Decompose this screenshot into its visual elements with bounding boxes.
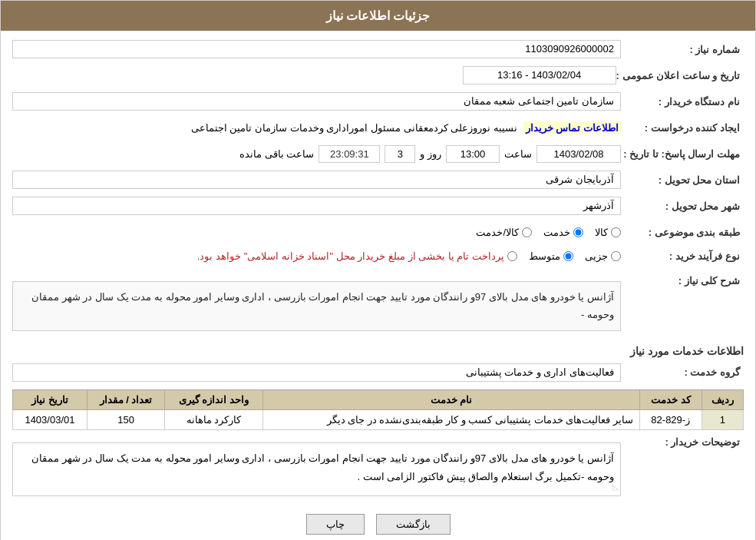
radio-khedmat-label: خدمت bbox=[543, 227, 570, 238]
need-desc-label: شرح کلی نیاز : bbox=[621, 275, 744, 287]
radio-kala-khedmat[interactable]: کالا/خدمت bbox=[476, 227, 532, 238]
process-label: نوع فرآیند خرید : bbox=[621, 250, 744, 262]
back-button[interactable]: بازگشت bbox=[376, 514, 451, 535]
category-radio-group: کالا خدمت کالا/خدمت bbox=[476, 227, 621, 238]
send-date-label: مهلت ارسال پاسخ: تا تاریخ : bbox=[621, 148, 744, 160]
creator-row: ایجاد کننده درخواست : اطلاعات تماس خریدا… bbox=[12, 117, 744, 138]
cell-num: 1 bbox=[702, 409, 743, 429]
day-label: روز و bbox=[420, 148, 441, 160]
radio-motavasset-input[interactable] bbox=[563, 251, 573, 261]
radio-kala-input[interactable] bbox=[611, 227, 621, 237]
cell-count: 150 bbox=[87, 409, 164, 429]
need-number-label: شماره نیاز : bbox=[621, 44, 744, 55]
category-row: طبقه بندی موضوعی : کالا خدمت کالا/خدمت bbox=[12, 221, 744, 243]
cell-unit: کارکرد ماهانه bbox=[165, 409, 263, 429]
buyer-org-value: سازمان تامین اجتماعی شعبه ممقان bbox=[12, 92, 621, 111]
province-row: استان محل تحویل : آذربایجان شرقی bbox=[12, 169, 744, 190]
need-number-row: شماره نیاز : 1103090926000002 bbox=[12, 38, 744, 60]
col-header-count: تعداد / مقدار bbox=[87, 389, 164, 409]
service-group-value: فعالیت‌های اداری و خدمات پشتیبانی bbox=[12, 363, 621, 382]
process-row: نوع فرآیند خرید : جزیی متوسط پرداخت تام … bbox=[12, 247, 744, 269]
announce-date-label: تاریخ و ساعت اعلان عمومی : bbox=[616, 70, 744, 81]
city-label: شهر محل تحویل : bbox=[621, 200, 744, 212]
services-table: ردیف کد خدمت نام خدمت واحد اندازه گیری ت… bbox=[12, 389, 744, 430]
col-header-num: ردیف bbox=[702, 389, 743, 409]
province-value: آذربایجان شرقی bbox=[12, 171, 621, 189]
announce-date-row: تاریخ و ساعت اعلان عمومی : 1403/02/04 - … bbox=[12, 65, 744, 86]
service-group-label: گروه خدمت : bbox=[621, 366, 744, 378]
cell-date: 1403/03/01 bbox=[13, 409, 87, 429]
send-date-row: مهلت ارسال پاسخ: تا تاریخ : 1403/02/08 س… bbox=[12, 143, 744, 164]
page-header: جزئیات اطلاعات نیاز bbox=[1, 1, 755, 31]
col-header-unit: واحد اندازه گیری bbox=[165, 389, 263, 409]
creator-value: نسیبه نوروزعلی کردمعقانی مسئول اموراداری… bbox=[191, 122, 517, 134]
service-group-row: گروه خدمت : فعالیت‌های اداری و خدمات پشت… bbox=[12, 362, 744, 383]
buyer-org-row: نام دستگاه خریدار : سازمان تامین اجتماعی… bbox=[12, 91, 744, 112]
radio-jozyi-label: جزیی bbox=[585, 250, 608, 262]
province-label: استان محل تحویل : bbox=[621, 174, 744, 186]
time-label: ساعت bbox=[504, 148, 532, 160]
radio-esnad[interactable]: پرداخت تام یا بخشی از مبلغ خریدار محل "ا… bbox=[197, 250, 517, 262]
page-title: جزئیات اطلاعات نیاز bbox=[326, 9, 431, 22]
cell-code: ز-829-82 bbox=[639, 409, 702, 429]
radio-kala-label: کالا bbox=[595, 227, 608, 238]
radio-esnad-label: پرداخت تام یا بخشی از مبلغ خریدار محل "ا… bbox=[197, 250, 504, 262]
remaining-value: 23:09:31 bbox=[319, 145, 380, 163]
announce-date-value: 1403/02/04 - 13:16 bbox=[463, 66, 616, 84]
radio-kala[interactable]: کالا bbox=[595, 227, 621, 238]
radio-kala-khedmat-input[interactable] bbox=[522, 227, 532, 237]
radio-jozyi-input[interactable] bbox=[611, 251, 621, 261]
process-radio-group: جزیی متوسط پرداخت تام یا بخشی از مبلغ خر… bbox=[12, 250, 621, 262]
time-value: 13:00 bbox=[446, 145, 500, 163]
resize-handle: ◺ bbox=[612, 479, 619, 494]
need-desc-row: شرح کلی نیاز : آژانس یا خودرو های مدل با… bbox=[12, 275, 744, 337]
buyer-notes-label: توضیحات خریدار : bbox=[621, 436, 744, 448]
print-button[interactable]: چاپ bbox=[306, 514, 365, 535]
city-row: شهر محل تحویل : آذرشهر bbox=[12, 195, 744, 217]
day-value: 3 bbox=[385, 145, 415, 163]
remaining-label: ساعت باقی مانده bbox=[239, 148, 314, 160]
radio-kala-khedmat-label: کالا/خدمت bbox=[476, 227, 519, 238]
city-value: آذرشهر bbox=[12, 197, 621, 215]
buyer-notes-container: آژانس یا خودرو های مدل بالای 97و رانندگا… bbox=[12, 442, 621, 496]
need-number-value: 1103090926000002 bbox=[12, 40, 621, 58]
buyer-notes-row: توضیحات خریدار : آژانس یا خودرو های مدل … bbox=[12, 436, 744, 502]
radio-khedmat-input[interactable] bbox=[573, 227, 583, 237]
date-value: 1403/02/08 bbox=[536, 145, 621, 163]
radio-khedmat[interactable]: خدمت bbox=[543, 227, 583, 238]
radio-jozyi[interactable]: جزیی bbox=[585, 250, 621, 262]
col-header-code: کد خدمت bbox=[639, 389, 702, 409]
creator-label: ایجاد کننده درخواست : bbox=[621, 122, 744, 134]
radio-motavasset-label: متوسط bbox=[529, 250, 560, 262]
radio-motavasset[interactable]: متوسط bbox=[529, 250, 573, 262]
creator-link[interactable]: اطلاعات تماس خریدار bbox=[523, 121, 621, 134]
col-header-date: تاریخ نیاز bbox=[13, 389, 87, 409]
radio-esnad-input[interactable] bbox=[507, 251, 517, 261]
buttons-row: بازگشت چاپ bbox=[12, 514, 744, 535]
services-section-title: اطلاعات خدمات مورد نیاز bbox=[12, 345, 744, 357]
cell-name: سایر فعالیت‌های خدمات پشتیبانی کسب و کار… bbox=[262, 409, 639, 429]
col-header-name: نام خدمت bbox=[262, 389, 639, 409]
buyer-org-label: نام دستگاه خریدار : bbox=[621, 96, 744, 108]
need-desc-value: آژانس یا خودرو های مدل بالای 97و رانندگا… bbox=[12, 281, 621, 331]
category-label: طبقه بندی موضوعی : bbox=[621, 227, 744, 238]
table-row: 1 ز-829-82 سایر فعالیت‌های خدمات پشتیبان… bbox=[13, 409, 744, 429]
buyer-notes-value: آژانس یا خودرو های مدل بالای 97و رانندگا… bbox=[31, 452, 614, 483]
services-table-container: ردیف کد خدمت نام خدمت واحد اندازه گیری ت… bbox=[12, 389, 744, 430]
